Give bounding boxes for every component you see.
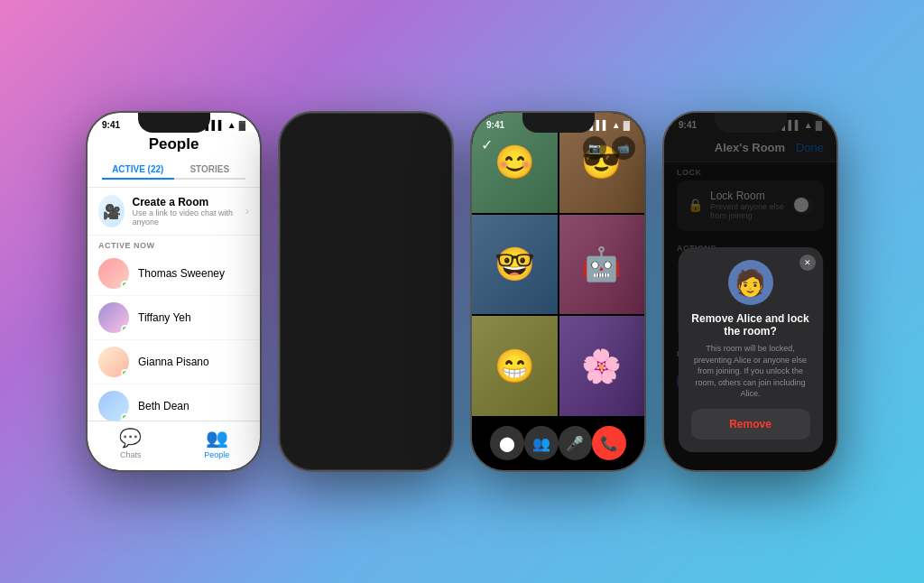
phone1-title: People xyxy=(102,135,245,153)
video-cell-5: 😁 xyxy=(472,316,558,416)
phone3-notch xyxy=(522,113,595,133)
phone1-screen: 9:41 ▌▌▌ ▲ ▓ People ACTIVE (22) STORIES … xyxy=(88,113,260,470)
create-room-text: Create a Room Use a link to video chat w… xyxy=(132,196,238,227)
phone-3: 9:41 ▌▌▌ ▲ ▓ ✓ 📷 📹 😊 😎 🤓 🤖 😁 xyxy=(470,111,646,472)
create-room-label: Create a Room xyxy=(132,196,238,208)
phone3-screen: 9:41 ▌▌▌ ▲ ▓ ✓ 📷 📹 😊 😎 🤓 🤖 😁 xyxy=(472,113,644,470)
remove-modal: ✕ 🧑 Remove Alice and lock the room? This… xyxy=(679,247,823,452)
camera-flip-btn[interactable]: 📷 xyxy=(583,136,606,160)
active-dot xyxy=(121,325,129,333)
phone1-tabs[interactable]: ACTIVE (22) STORIES xyxy=(102,161,245,180)
alice-avatar: 🧑 xyxy=(728,260,773,305)
phone3-time: 9:41 xyxy=(486,120,504,130)
active-dot xyxy=(121,369,129,377)
nav-chats[interactable]: 💬 Chats xyxy=(88,427,174,459)
nav-chats-label: Chats xyxy=(120,450,142,459)
contact-name: Thomas Sweeney xyxy=(138,267,225,280)
battery-icon: ▓ xyxy=(239,120,245,130)
remove-button[interactable]: Remove xyxy=(691,409,810,440)
avatar xyxy=(98,302,129,333)
end-call-btn[interactable]: 📞 xyxy=(592,426,626,460)
check-icon[interactable]: ✓ xyxy=(481,136,493,153)
phone4-notch xyxy=(715,113,787,133)
phone-1: 9:41 ▌▌▌ ▲ ▓ People ACTIVE (22) STORIES … xyxy=(86,111,262,472)
remove-modal-overlay: ✕ 🧑 Remove Alice and lock the room? This… xyxy=(664,113,836,470)
avatar xyxy=(98,391,129,421)
tab-active[interactable]: ACTIVE (22) xyxy=(102,161,174,180)
avatar xyxy=(98,258,129,289)
tab-stories[interactable]: STORIES xyxy=(174,161,246,178)
contact-name: Tiffany Yeh xyxy=(138,311,191,324)
video-call-btn[interactable]: 📹 xyxy=(612,136,635,160)
nav-people[interactable]: 👥 People xyxy=(174,427,261,459)
bottom-nav: 💬 Chats 👥 People xyxy=(88,421,260,470)
phone1-header: People ACTIVE (22) STORIES xyxy=(88,132,260,188)
video-person-4: 🤖 xyxy=(559,215,645,315)
modal-title: Remove Alice and lock the room? xyxy=(691,312,810,338)
mute-btn[interactable]: 🎤 xyxy=(559,426,593,460)
modal-close-button[interactable]: ✕ xyxy=(799,254,816,271)
video-cell-4: 🤖 xyxy=(559,215,645,315)
create-room-icon: 🎥 xyxy=(98,195,125,227)
phone1-time: 9:41 xyxy=(102,120,120,130)
people-icon: 👥 xyxy=(206,427,228,449)
video-person-6: 🌸 xyxy=(559,316,645,416)
battery-icon: ▓ xyxy=(624,120,630,130)
phone3-status-icons: ▌▌▌ ▲ ▓ xyxy=(590,120,630,130)
call-controls: ⬤ 👥 🎤 📞 xyxy=(472,416,644,470)
phone-2: 9:41 ▌▌▌ ▲ ▓ ⌄ 📷 📹 ✕ 😄 Invi xyxy=(278,111,454,472)
phone3-top-btns: 📷 📹 xyxy=(583,136,635,160)
video-cell-6: 🌸 xyxy=(559,316,645,416)
camera-control-btn[interactable]: ⬤ xyxy=(490,426,524,460)
create-room-item[interactable]: 🎥 Create a Room Use a link to video chat… xyxy=(88,188,260,236)
phone1-notch xyxy=(138,113,210,133)
chats-icon: 💬 xyxy=(119,427,142,449)
modal-body: This room will be locked, preventing Ali… xyxy=(691,343,810,400)
video-person-3: 🤓 xyxy=(472,215,558,315)
contact-name: Beth Dean xyxy=(138,400,189,412)
phone4-screen: 9:41 ▌▌▌ ▲ ▓ Alex's Room Done LOCK 🔒 xyxy=(664,113,836,470)
phone1-status-icons: ▌▌▌ ▲ ▓ xyxy=(206,120,245,130)
chevron-right-icon: › xyxy=(245,205,249,217)
add-person-btn[interactable]: 👥 xyxy=(524,426,559,460)
nav-people-label: People xyxy=(204,450,229,459)
active-now-label: ACTIVE NOW xyxy=(88,236,260,252)
avatar xyxy=(98,347,129,377)
contact-name: Gianna Pisano xyxy=(138,356,209,368)
create-room-sublabel: Use a link to video chat with anyone xyxy=(132,208,238,227)
list-item[interactable]: Gianna Pisano xyxy=(88,340,260,384)
wifi-icon: ▲ xyxy=(227,120,236,130)
video-person-5: 😁 xyxy=(472,316,558,416)
list-item[interactable]: Tiffany Yeh xyxy=(88,296,260,340)
phone-4: 9:41 ▌▌▌ ▲ ▓ Alex's Room Done LOCK 🔒 xyxy=(662,111,838,472)
wifi-icon: ▲ xyxy=(612,120,621,130)
active-dot xyxy=(121,281,129,289)
list-item[interactable]: Thomas Sweeney xyxy=(88,252,260,296)
phones-container: 9:41 ▌▌▌ ▲ ▓ People ACTIVE (22) STORIES … xyxy=(68,93,856,490)
video-cell-3: 🤓 xyxy=(472,215,558,315)
